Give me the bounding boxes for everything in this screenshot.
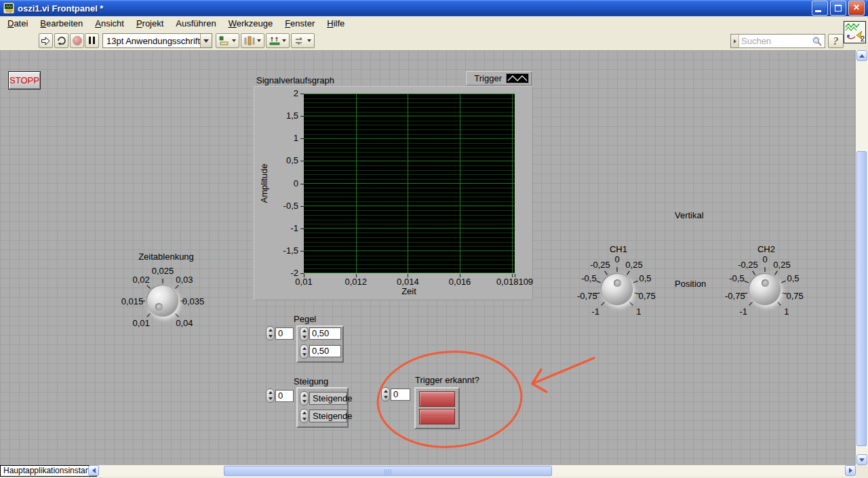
horizontal-scroll-thumb[interactable] [224, 466, 552, 476]
resize-objects-icon [269, 36, 280, 46]
vertical-scrollbar[interactable] [856, 50, 868, 465]
legend-plot-style-icon [506, 73, 529, 83]
graph-title: Signalverlaufsgraph [256, 75, 334, 85]
scroll-right-button[interactable] [845, 465, 856, 476]
zeitablenkung-knob[interactable] [147, 285, 178, 317]
minimize-button[interactable] [812, 1, 828, 16]
knob-indicator-dot [614, 279, 621, 287]
y-axis-tick-label: 2 [254, 88, 298, 98]
run-icon [41, 36, 51, 46]
steigung-ring-spinner-2[interactable] [300, 409, 309, 423]
pegel-label: Pegel [294, 314, 316, 324]
reorder-icon [294, 36, 305, 46]
front-panel: STOPP Signalverlaufsgraph Trigger Amplit… [0, 50, 856, 465]
graph-gridlines [304, 94, 515, 273]
pegel-field-1[interactable]: 0,50 [309, 327, 341, 340]
search-box[interactable] [730, 34, 825, 48]
trigger-led-1 [419, 391, 455, 407]
font-selector-dropdown[interactable] [200, 34, 212, 47]
x-axis-tick [408, 274, 408, 277]
trigger-led-2 [419, 409, 455, 424]
ch2-knob[interactable] [749, 274, 781, 305]
trigger-outer-spinner[interactable] [381, 387, 390, 401]
scroll-left-button[interactable] [88, 465, 99, 476]
statusbar: Hauptapplikationsinstanz [0, 465, 868, 478]
help-button[interactable]: ? [828, 34, 844, 48]
menu-item-ansicht[interactable]: Ansicht [89, 17, 130, 30]
y-axis-tick [300, 206, 304, 207]
run-continuous-button[interactable] [54, 33, 68, 48]
chevron-down-icon [859, 458, 865, 462]
app-instance-menu[interactable]: Hauptapplikationsinstanz [0, 465, 97, 477]
pegel-field-2[interactable]: 0,50 [309, 345, 341, 357]
x-axis-tick-label: 0,012 [329, 277, 383, 287]
steigung-outer-spinner[interactable] [266, 389, 275, 403]
search-options-dropdown[interactable] [731, 35, 739, 47]
menu-item-werkzeuge[interactable]: Werkzeuge [222, 17, 279, 30]
distribute-objects-button[interactable] [241, 33, 264, 48]
y-axis-tick-label: -0,5 [254, 201, 298, 211]
y-axis-tick [300, 184, 304, 184]
scroll-grip-icon [384, 469, 391, 475]
align-objects-button[interactable] [216, 33, 239, 48]
align-objects-icon [219, 36, 230, 46]
toolbar: 13pt Anwendungsschriftart [1, 31, 867, 51]
font-selector-value: 13pt Anwendungsschriftart [103, 36, 200, 46]
waveform-graph: Amplitude Zeit 21,510,50-0,5-1-1,5-20,01… [254, 86, 533, 300]
close-icon: ✕ [849, 3, 864, 12]
scroll-up-button[interactable] [856, 50, 867, 61]
y-axis-tick [300, 138, 304, 139]
graph-legend[interactable]: Trigger [466, 71, 532, 85]
pegel-outer-field[interactable]: 0 [275, 327, 294, 340]
x-axis-tick [304, 274, 304, 277]
y-axis-tick [300, 116, 304, 117]
pause-button[interactable] [85, 33, 99, 48]
y-axis-tick-label: -1 [254, 223, 298, 233]
knob-indicator-dot [762, 279, 769, 287]
search-input[interactable] [739, 36, 812, 46]
knob-indicator-dot [155, 303, 163, 311]
help-icon: ? [833, 35, 839, 47]
menubar: DateiBearbeitenAnsichtProjektAusführenWe… [1, 16, 867, 31]
menu-item-ausfhren[interactable]: Ausführen [170, 17, 222, 30]
reorder-button[interactable] [291, 33, 315, 48]
resize-objects-button[interactable] [266, 33, 290, 48]
menu-item-datei[interactable]: Datei [1, 17, 34, 30]
stop-button[interactable]: STOPP [8, 71, 41, 89]
scroll-down-button[interactable] [856, 454, 867, 465]
run-continuous-icon [56, 35, 67, 46]
menu-item-projekt[interactable]: Projekt [130, 17, 170, 30]
x-axis-tick-label: 0,018109 [488, 277, 542, 287]
steigung-ring-spinner-1[interactable] [300, 391, 309, 405]
chevron-up-icon [859, 54, 865, 58]
menu-item-fenster[interactable]: Fenster [279, 17, 321, 30]
close-button[interactable]: ✕ [848, 1, 865, 16]
labview-window: { "window": { "title": "oszi1.vi Frontpa… [0, 0, 868, 478]
y-axis-tick [300, 161, 304, 161]
run-button[interactable] [39, 33, 53, 48]
x-axis-tick-label: 0,016 [433, 277, 487, 287]
x-axis-tick [515, 274, 515, 277]
distribute-objects-icon [244, 36, 255, 46]
ch1-knob[interactable] [601, 274, 633, 305]
steigung-label: Steigung [294, 376, 328, 386]
pegel-spinner-1[interactable] [300, 327, 309, 341]
menu-item-hilfe[interactable]: Hilfe [321, 17, 351, 30]
search-icon [812, 36, 823, 47]
pegel-spinner-2[interactable] [300, 344, 309, 359]
pegel-outer-spinner[interactable] [266, 326, 275, 340]
menu-item-bearbeiten[interactable]: Bearbeiten [34, 17, 89, 30]
abort-button[interactable] [70, 33, 84, 48]
steigung-outer-field[interactable]: 0 [275, 390, 294, 402]
restore-button[interactable] [830, 1, 846, 16]
steigung-ring-1[interactable]: Steigende [309, 392, 347, 405]
steigung-ring-2[interactable]: Steigende [309, 410, 347, 422]
vertical-scroll-thumb[interactable] [856, 151, 867, 446]
x-axis-tick-label: 0,014 [380, 277, 435, 287]
trigger-led-frame [414, 387, 460, 429]
font-selector[interactable]: 13pt Anwendungsschriftart [102, 33, 212, 48]
graph-plot-area [304, 94, 515, 273]
trigger-outer-field[interactable]: 0 [391, 389, 410, 401]
vi-icon[interactable]: 2 [844, 21, 866, 43]
y-axis-tick [300, 251, 304, 252]
